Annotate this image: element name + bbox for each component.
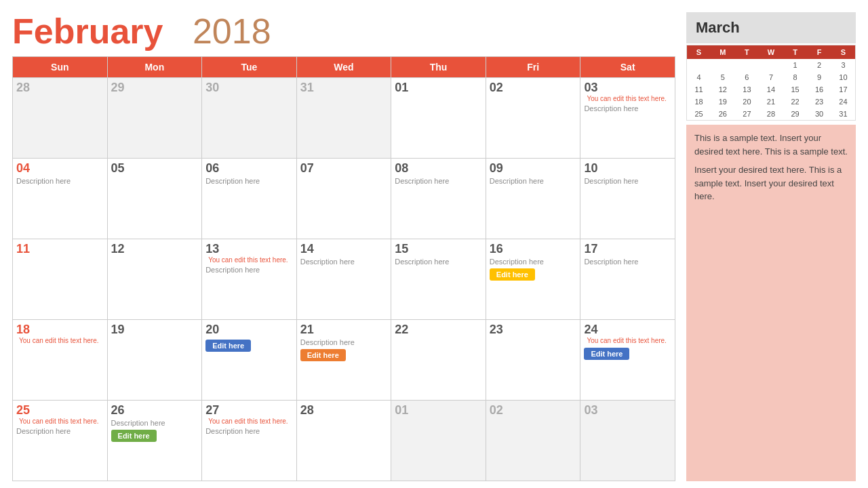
day-number: 16 [490,242,577,256]
mini-cal-cell: 27 [735,108,760,121]
day-number: 03 [584,81,597,95]
calendar-cell: 08Description here [391,159,486,239]
calendar-cell: 02 [486,78,580,159]
mini-cal-day-header: W [759,45,783,60]
mini-cal-row: 123 [687,59,856,71]
cell-description: Description here [395,177,482,185]
mini-cal-cell: 26 [711,108,735,121]
col-tue: Tue [202,57,297,78]
sidebar: March SMTWTFS 12345678910111213141516171… [686,12,856,481]
calendar-cell: 11 [13,239,108,320]
mini-cal-cell: 8 [783,71,808,83]
col-sat: Sat [580,57,675,78]
edit-button[interactable]: Edit here [205,340,251,352]
edit-button[interactable]: Edit here [300,349,346,361]
cell-description: Description here [584,258,671,266]
cell-description: Description here [584,177,671,185]
sidebar-text-2: Insert your desired text here. This is a… [694,163,848,203]
mini-cal-cell: 19 [711,96,735,108]
col-mon: Mon [107,57,202,78]
day-number: 31 [300,81,388,95]
mini-cal-cell: 13 [735,83,760,96]
calendar-row: 28293031010203You can edit this text her… [13,78,675,159]
day-number: 19 [111,323,199,337]
main-layout: February 2018 Sun Mon Tue Wed Thu Fri Sa… [12,12,856,481]
cell-description: Description here [490,177,577,185]
mini-cal-cell: 1 [783,59,808,71]
calendar-cell: 22 [391,320,486,401]
day-number: 22 [395,323,482,337]
mini-cal-cell: 2 [807,59,831,71]
col-fri: Fri [486,57,580,78]
mini-cal-cell: 16 [807,83,831,96]
day-number: 02 [490,403,577,418]
edit-note: You can edit this text here. [208,418,288,426]
day-number: 26 [111,403,199,418]
day-number: 13 [205,242,219,256]
day-number: 06 [205,161,293,176]
mini-cal-cell: 12 [711,83,735,96]
calendar-header-row: Sun Mon Tue Wed Thu Fri Sat [13,57,675,78]
edit-note: You can edit this text here. [587,95,667,103]
day-number: 24 [584,323,597,337]
mini-cal-cell: 11 [687,83,711,96]
mini-cal-cell: 18 [687,96,711,108]
day-number: 15 [395,242,482,256]
mini-cal-cell: 20 [735,96,760,108]
day-number: 01 [395,81,482,95]
title-year: 2018 [193,12,271,51]
calendar-cell: 21Description hereEdit here [296,320,391,401]
day-number: 30 [205,81,293,95]
day-number: 28 [300,403,388,418]
mini-cal-day-header: S [831,45,856,60]
day-number: 23 [490,323,577,337]
calendar-cell: 01 [391,401,486,481]
mini-cal-cell: 17 [831,83,856,96]
day-number: 08 [395,161,482,176]
calendar-table: Sun Mon Tue Wed Thu Fri Sat 282930310102… [12,56,675,481]
mini-cal-cell: 28 [759,108,783,121]
day-number: 29 [111,81,199,95]
calendar-cell: 15Description here [391,239,486,320]
mini-cal-day-header: M [711,45,735,60]
calendar-cell: 30 [202,78,297,159]
mini-cal-cell: 5 [711,71,735,83]
calendar-cell: 06Description here [202,159,297,239]
calendar-cell: 14Description here [296,239,391,320]
cell-description: Description here [16,177,104,185]
calendar-row: 18You can edit this text here.1920Edit h… [13,320,675,401]
mini-cal-cell: 29 [783,108,808,121]
mini-cal-cell: 30 [807,108,831,121]
sidebar-text-1: This is a sample text. Insert your desir… [694,131,848,158]
calendar-cell: 27You can edit this text here.Descriptio… [202,401,297,481]
calendar-cell: 25You can edit this text here.Descriptio… [13,401,108,481]
edit-button[interactable]: Edit here [111,430,157,442]
day-number: 01 [395,403,482,418]
mini-cal-day-header: S [687,45,711,60]
day-number: 05 [111,161,199,176]
cell-description: Description here [395,258,482,266]
day-number: 18 [16,323,30,337]
calendar-cell: 16Description hereEdit here [486,239,580,320]
calendar-cell: 31 [296,78,391,159]
calendar-cell: 29 [107,78,202,159]
cell-description: Description here [16,427,104,435]
calendar-cell: 01 [391,78,486,159]
cell-description: Description here [300,338,388,346]
edit-button[interactable]: Edit here [490,268,535,281]
day-number: 27 [205,403,219,418]
day-number: 25 [16,403,30,418]
mini-cal-day-header: T [783,45,808,60]
calendar-row: 25You can edit this text here.Descriptio… [13,401,675,481]
mini-cal-cell: 14 [759,83,783,96]
mini-cal-cell: 22 [783,96,808,108]
calendar-cell: 18You can edit this text here. [13,320,108,401]
edit-button[interactable]: Edit here [584,348,629,360]
day-number: 12 [111,242,199,256]
calendar-cell: 04Description here [13,159,108,239]
mini-cal-cell: 21 [759,96,783,108]
mini-cal-cell: 25 [687,108,711,121]
day-number: 03 [584,403,671,418]
day-number: 14 [300,242,388,256]
day-number: 04 [16,161,104,176]
